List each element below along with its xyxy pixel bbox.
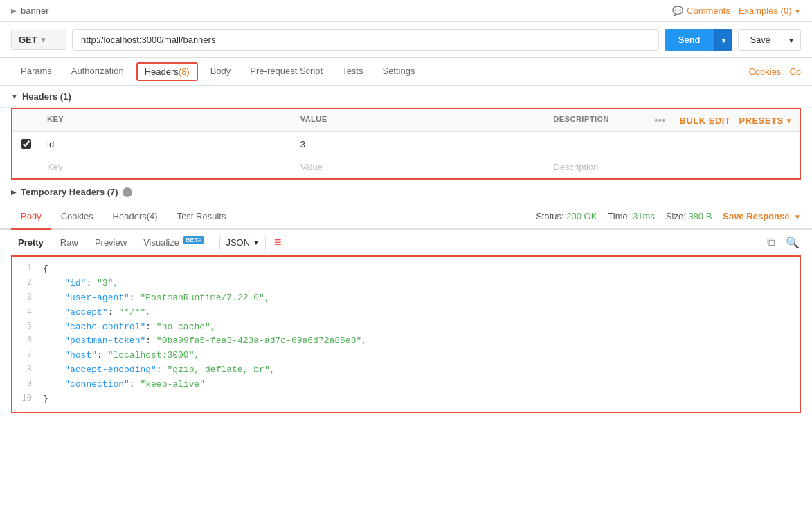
fmt-tab-preview[interactable]: Preview xyxy=(88,235,134,250)
json-format-select[interactable]: JSON ▼ xyxy=(219,235,266,250)
line-number: 9 xyxy=(12,378,40,392)
line-content: "connection": "keep-alive" xyxy=(40,378,800,392)
empty-row: Key Value Description xyxy=(12,156,800,178)
url-bar: GET ▼ Send ▼ Save ▼ xyxy=(0,22,812,58)
response-tabs-bar: Body Cookies Headers(4) Test Results Sta… xyxy=(0,204,812,230)
send-chevron-icon: ▼ xyxy=(721,37,728,44)
temp-headers-title: Temporary Headers (7) xyxy=(21,187,118,197)
line-content: "cache-control": "no-cache", xyxy=(40,320,800,335)
col-checkbox-header xyxy=(12,109,40,131)
json-chevron-icon: ▼ xyxy=(253,239,260,246)
desc-cell[interactable] xyxy=(546,138,800,149)
line-number: 6 xyxy=(12,334,40,349)
resp-tab-headers[interactable]: Headers(4) xyxy=(103,204,168,230)
copy-button[interactable]: ⧉ xyxy=(762,234,779,250)
url-input[interactable] xyxy=(72,29,659,51)
tab-cookies[interactable]: Cookies xyxy=(748,66,781,77)
send-dropdown-button[interactable]: ▼ xyxy=(714,29,733,51)
save-button[interactable]: Save xyxy=(738,29,782,51)
headers-table-wrapper: KEY VALUE DESCRIPTION ••• Bulk Edit Pres… xyxy=(0,108,812,180)
response-status-group: Status: 200 OK Time: 31ms Size: 380 B Sa… xyxy=(536,211,801,221)
banner-title: ▶ banner xyxy=(11,6,48,16)
col-key-header: KEY xyxy=(40,109,294,131)
key-cell[interactable]: id xyxy=(40,134,294,155)
headers-section-header: ▼ Headers (1) xyxy=(0,86,812,108)
fmt-tab-visualize[interactable]: Visualize BETA xyxy=(136,234,211,250)
save-button-group: Save ▼ xyxy=(738,29,801,51)
line-content: "user-agent": "PostmanRuntime/7.22.0", xyxy=(40,291,800,306)
value-cell[interactable]: 3 xyxy=(294,134,547,155)
resp-tab-test-results[interactable]: Test Results xyxy=(168,204,236,230)
banner-label: banner xyxy=(21,6,48,16)
row-checkbox[interactable] xyxy=(21,139,31,149)
code-line: 6 "postman-token": "0ba99fa5-fea3-423a-a… xyxy=(12,334,800,349)
save-chevron-icon: ▼ xyxy=(788,37,795,44)
col-desc-header: DESCRIPTION ••• Bulk Edit Presets ▼ xyxy=(546,109,800,131)
save-response-chevron-icon: ▼ xyxy=(794,213,801,221)
code-line: 1{ xyxy=(12,262,800,277)
empty-desc-cell[interactable]: Description xyxy=(546,156,800,178)
line-number: 1 xyxy=(12,262,40,277)
code-line: 5 "cache-control": "no-cache", xyxy=(12,320,800,335)
line-number: 2 xyxy=(12,277,40,291)
line-content: "accept-encoding": "gzip, deflate, br", xyxy=(40,363,800,378)
empty-value-cell[interactable]: Value xyxy=(294,156,547,178)
top-right: 💬 Comments Examples (0) ▼ xyxy=(672,6,801,16)
tab-settings[interactable]: Settings xyxy=(372,59,424,84)
save-response-button[interactable]: Save Response ▼ xyxy=(723,211,801,221)
method-select[interactable]: GET ▼ xyxy=(11,30,66,50)
send-button[interactable]: Send xyxy=(665,29,714,51)
tab-right-group: Cookies Co xyxy=(748,66,801,77)
comments-button[interactable]: 💬 Comments xyxy=(672,6,730,16)
save-dropdown-button[interactable]: ▼ xyxy=(782,29,801,51)
comment-icon: 💬 xyxy=(672,6,683,16)
table-header-row: KEY VALUE DESCRIPTION ••• Bulk Edit Pres… xyxy=(12,109,800,132)
line-number: 3 xyxy=(12,291,40,306)
code-line: 7 "host": "localhost:3000", xyxy=(12,349,800,363)
line-content: "id": "3", xyxy=(40,277,800,291)
info-icon[interactable]: i xyxy=(123,187,132,197)
resp-tab-cookies[interactable]: Cookies xyxy=(51,204,103,230)
line-number: 10 xyxy=(12,392,40,407)
code-line: 3 "user-agent": "PostmanRuntime/7.22.0", xyxy=(12,291,800,306)
code-line: 9 "connection": "keep-alive" xyxy=(12,378,800,392)
size-label: Size: 380 B xyxy=(666,211,712,221)
tab-co[interactable]: Co xyxy=(789,66,801,77)
method-chevron-icon: ▼ xyxy=(40,36,47,44)
resp-tab-body[interactable]: Body xyxy=(11,204,51,230)
examples-button[interactable]: Examples (0) ▼ xyxy=(739,6,801,16)
more-options-icon: ••• xyxy=(654,115,665,126)
tab-authorization[interactable]: Authorization xyxy=(62,59,134,84)
search-button[interactable]: 🔍 xyxy=(784,234,801,250)
tab-tests[interactable]: Tests xyxy=(332,59,372,84)
checkbox-cell xyxy=(12,132,40,156)
code-line: 2 "id": "3", xyxy=(12,277,800,291)
presets-chevron-icon: ▼ xyxy=(786,117,793,125)
tab-headers[interactable]: Headers(8) xyxy=(136,62,198,81)
fmt-tab-pretty[interactable]: Pretty xyxy=(11,235,51,250)
time-value: 31ms xyxy=(633,211,655,221)
headers-table: KEY VALUE DESCRIPTION ••• Bulk Edit Pres… xyxy=(11,108,801,180)
tab-prerequest[interactable]: Pre-request Script xyxy=(240,59,332,84)
empty-key-cell[interactable]: Key xyxy=(40,156,294,178)
code-line: 8 "accept-encoding": "gzip, deflate, br"… xyxy=(12,363,800,378)
headers-section-arrow: ▼ xyxy=(11,93,18,100)
col-value-header: VALUE xyxy=(294,109,547,131)
line-number: 8 xyxy=(12,363,40,378)
status-label: Status: 200 OK xyxy=(536,211,597,221)
line-number: 5 xyxy=(12,320,40,335)
presets-button[interactable]: Presets ▼ xyxy=(739,116,793,126)
line-content: "host": "localhost:3000", xyxy=(40,349,800,363)
line-content: "accept": "*/*", xyxy=(40,306,800,320)
bulk-edit-button[interactable]: Bulk Edit xyxy=(680,116,731,126)
fmt-tab-raw[interactable]: Raw xyxy=(53,235,85,250)
banner-arrow: ▶ xyxy=(11,7,17,15)
filter-icon[interactable]: ≡ xyxy=(274,235,282,250)
headers-section-title: Headers (1) xyxy=(22,91,71,102)
time-label: Time: 31ms xyxy=(608,211,654,221)
tab-body[interactable]: Body xyxy=(201,59,241,84)
chevron-down-icon: ▼ xyxy=(794,8,801,15)
tab-params[interactable]: Params xyxy=(11,59,62,84)
response-code-area: 1{2 "id": "3",3 "user-agent": "PostmanRu… xyxy=(11,255,801,413)
table-row: id 3 xyxy=(12,132,800,156)
